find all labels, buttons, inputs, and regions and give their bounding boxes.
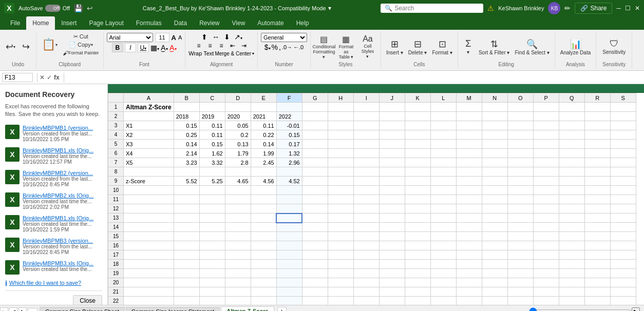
cell-H13[interactable] (328, 213, 353, 223)
cell-E5[interactable]: 0.14 (251, 140, 276, 149)
cell-R21[interactable] (584, 287, 610, 297)
cell-F13[interactable] (276, 213, 302, 223)
cell-N17[interactable] (482, 250, 507, 260)
number-format-select[interactable]: General (261, 33, 307, 42)
cell-I13[interactable] (353, 213, 379, 223)
recovery-file-3[interactable]: X BrinkleyMBPMB2 (version... Version cre… (5, 170, 102, 187)
sheet-prev-far[interactable]: ⇤ (0, 307, 8, 312)
cell-B1[interactable] (174, 103, 199, 112)
delete-cells-button[interactable]: ⊟ Delete ▾ (406, 37, 429, 56)
cell-M3[interactable] (456, 121, 482, 130)
cell-D9[interactable]: 4.65 (225, 177, 251, 186)
conditional-formatting-button[interactable]: ▤ Conditional Formatting ▾ (314, 33, 334, 61)
cell-L5[interactable] (430, 140, 456, 149)
cell-N7[interactable] (482, 158, 507, 167)
cell-F14[interactable] (276, 223, 302, 232)
cell-Q7[interactable] (559, 158, 584, 167)
cell-J18[interactable] (379, 260, 405, 269)
cell-H19[interactable] (328, 269, 353, 278)
cell-E22[interactable] (251, 297, 276, 305)
col-header-j[interactable]: J (379, 93, 405, 103)
cell-I18[interactable] (353, 260, 379, 269)
cell-I2[interactable] (353, 112, 379, 121)
tab-file[interactable]: File (4, 16, 26, 30)
cell-B18[interactable] (174, 260, 199, 269)
cell-N2[interactable] (482, 112, 507, 121)
cell-B15[interactable] (174, 232, 199, 241)
autosave-switch[interactable] (45, 5, 61, 12)
cell-G3[interactable] (302, 121, 328, 130)
close-recovery-button[interactable]: Close (73, 295, 102, 305)
cell-I21[interactable] (353, 287, 379, 297)
cell-Q15[interactable] (559, 232, 584, 241)
cell-R12[interactable] (584, 204, 610, 213)
cell-Q9[interactable] (559, 177, 584, 186)
sum-button[interactable]: Σ ▾ (461, 37, 476, 56)
cell-S2[interactable] (610, 112, 636, 121)
cell-Q22[interactable] (559, 297, 584, 305)
cell-I16[interactable] (353, 241, 379, 250)
cell-R3[interactable] (584, 121, 610, 130)
cell-I11[interactable] (353, 195, 379, 204)
cell-N4[interactable] (482, 130, 507, 140)
format-cells-button[interactable]: ⊡ Format ▾ (430, 37, 454, 56)
cell-N1[interactable] (482, 103, 507, 112)
cell-F6[interactable]: 1.32 (276, 149, 302, 158)
wrap-text-button[interactable]: Wrap Text (188, 50, 214, 56)
cell-N11[interactable] (482, 195, 507, 204)
cell-K6[interactable] (405, 149, 430, 158)
tab-common-size-balance-sheet[interactable]: Common Size Balance Sheet (40, 307, 125, 311)
cell-F19[interactable] (276, 269, 302, 278)
cell-K2[interactable] (405, 112, 430, 121)
cell-N22[interactable] (482, 297, 507, 305)
cell-A12[interactable] (124, 204, 174, 213)
cell-I22[interactable] (353, 297, 379, 305)
cell-B11[interactable] (174, 195, 199, 204)
cell-D18[interactable] (225, 260, 251, 269)
cell-E15[interactable] (251, 232, 276, 241)
fill-color-button[interactable]: A̲▾ (161, 44, 168, 52)
cell-Q4[interactable] (559, 130, 584, 140)
cell-S4[interactable] (610, 130, 636, 140)
cell-G6[interactable] (302, 149, 328, 158)
decimal-increase[interactable]: .0→ (282, 44, 292, 50)
cell-G15[interactable] (302, 232, 328, 241)
cell-F20[interactable] (276, 278, 302, 287)
cell-J19[interactable] (379, 269, 405, 278)
tab-insert[interactable]: Insert (55, 16, 83, 30)
cell-M7[interactable] (456, 158, 482, 167)
cell-D12[interactable] (225, 204, 251, 213)
cell-F1[interactable] (276, 103, 302, 112)
cell-L18[interactable] (430, 260, 456, 269)
cell-B13[interactable] (174, 213, 199, 223)
cell-D5[interactable]: 0.13 (225, 140, 251, 149)
recovery-file-4[interactable]: X BrinkleyMBPMB2.xls [Orig... Version cr… (5, 192, 102, 210)
cell-H17[interactable] (328, 250, 353, 260)
cell-E1[interactable] (251, 103, 276, 112)
cell-Q17[interactable] (559, 250, 584, 260)
cell-F9[interactable]: 4.52 (276, 177, 302, 186)
cell-R10[interactable] (584, 186, 610, 195)
cell-L2[interactable] (430, 112, 456, 121)
cell-A13[interactable] (124, 213, 174, 223)
cell-P1[interactable] (533, 103, 559, 112)
cell-P13[interactable] (533, 213, 559, 223)
cell-M21[interactable] (456, 287, 482, 297)
format-painter-button[interactable]: 🖌 Format Painter (62, 49, 100, 56)
cell-S15[interactable] (610, 232, 636, 241)
cell-A3[interactable]: X1 (124, 121, 174, 130)
cell-A17[interactable] (124, 250, 174, 260)
cell-E17[interactable] (251, 250, 276, 260)
cell-B7[interactable]: 3.23 (174, 158, 199, 167)
col-header-b[interactable]: B (174, 93, 199, 103)
cell-A21[interactable] (124, 287, 174, 297)
cell-C18[interactable] (199, 260, 225, 269)
decimal-decrease[interactable]: ←.0 (293, 44, 304, 50)
cell-A14[interactable] (124, 223, 174, 232)
cell-J13[interactable] (379, 213, 405, 223)
autosave-toggle[interactable]: AutoSave Off (18, 5, 70, 12)
cell-K8[interactable] (405, 167, 430, 177)
tab-automate[interactable]: Automate (251, 16, 290, 30)
cell-K7[interactable] (405, 158, 430, 167)
cell-P3[interactable] (533, 121, 559, 130)
